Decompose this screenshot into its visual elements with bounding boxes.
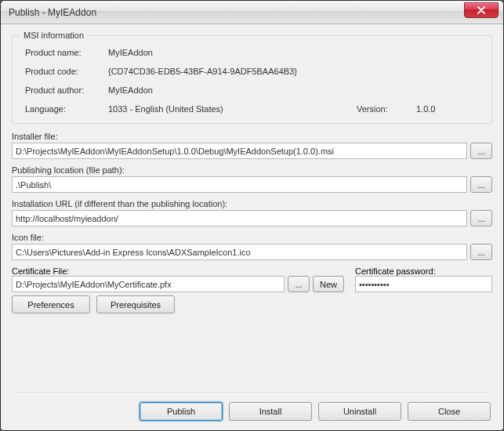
publishing-browse-button[interactable]: ...	[470, 176, 492, 193]
titlebar[interactable]: Publish - MyIEAddon	[1, 1, 503, 24]
icon-file-row: Icon file: ...	[12, 233, 492, 260]
install-url-browse-button[interactable]: ...	[470, 210, 492, 226]
bottom-button-bar: Publish Install Uninstall Close	[12, 402, 492, 422]
language-label: Language:	[25, 104, 103, 114]
publishing-location-row: Publishing location (file path): ...	[12, 165, 492, 193]
certificate-file-input[interactable]	[12, 276, 285, 292]
icon-file-label: Icon file:	[12, 233, 492, 242]
certificate-row: Certificate File: ... New Certificate pa…	[12, 266, 492, 292]
language-value: 1033 - English (United States)	[108, 104, 352, 114]
product-code-label: Product code:	[25, 67, 103, 76]
install-url-input[interactable]	[12, 210, 467, 226]
installer-file-row: Installer file: ...	[12, 132, 492, 159]
uninstall-button[interactable]: Uninstall	[318, 402, 401, 421]
install-url-row: Installation URL (if different than the …	[12, 199, 492, 226]
certificate-new-button[interactable]: New	[313, 276, 344, 292]
msi-information-group: MSI information Product name: MyIEAddon …	[12, 31, 492, 124]
close-button[interactable]: Close	[408, 402, 491, 421]
icon-file-browse-button[interactable]: ...	[470, 244, 492, 260]
prerequisites-button[interactable]: Prerequisites	[96, 295, 175, 313]
msi-grid: Product name: MyIEAddon Product code: {C…	[20, 45, 484, 115]
publishing-location-label: Publishing location (file path):	[12, 165, 492, 175]
publish-dialog: Publish - MyIEAddon MSI information Prod…	[0, 0, 504, 431]
version-value: 1.0.0	[416, 104, 479, 114]
certificate-password-input[interactable]	[355, 276, 492, 292]
product-name-value: MyIEAddon	[108, 48, 479, 57]
icon-file-input[interactable]	[12, 244, 467, 260]
close-icon[interactable]	[464, 2, 499, 18]
install-button[interactable]: Install	[229, 402, 312, 421]
product-author-label: Product author:	[25, 85, 103, 95]
installer-browse-button[interactable]: ...	[470, 143, 492, 159]
mid-buttons-row: Preferences Prerequisites	[12, 295, 492, 313]
publishing-location-input[interactable]	[12, 176, 467, 193]
certificate-file-label: Certificate File:	[12, 266, 344, 276]
publish-button[interactable]: Publish	[140, 402, 223, 421]
installer-file-label: Installer file:	[12, 132, 492, 141]
product-code-value: {CD74CD36-EDB5-43BF-A914-9ADF5BAA64B3}	[108, 67, 479, 76]
version-label: Version:	[357, 104, 412, 114]
product-name-label: Product name:	[25, 48, 103, 57]
install-url-label: Installation URL (if different than the …	[12, 199, 492, 208]
msi-legend: MSI information	[20, 31, 87, 40]
installer-file-input[interactable]	[12, 143, 467, 159]
certificate-browse-button[interactable]: ...	[288, 276, 310, 292]
divider	[12, 393, 492, 394]
certificate-password-label: Certificate password:	[355, 266, 492, 276]
client-area: MSI information Product name: MyIEAddon …	[1, 24, 503, 430]
window-title: Publish - MyIEAddon	[9, 7, 464, 18]
preferences-button[interactable]: Preferences	[12, 295, 90, 313]
product-author-value: MyIEAddon	[108, 85, 479, 95]
